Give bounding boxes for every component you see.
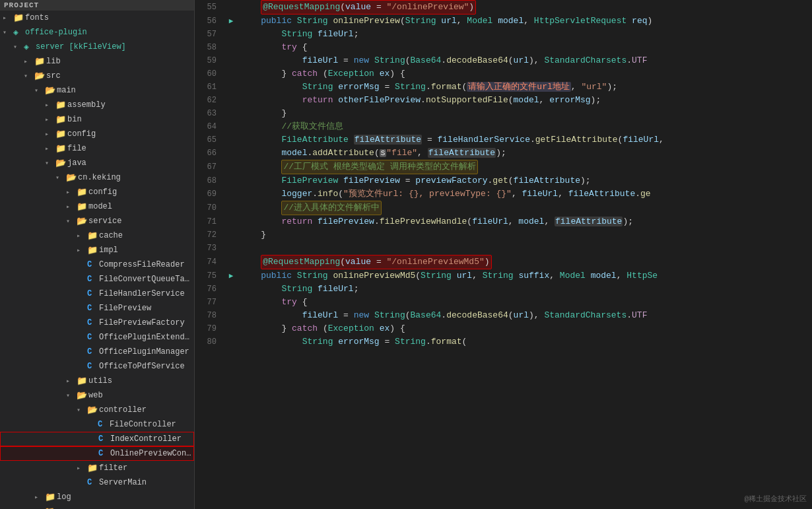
- tree-item-CompressFileReader[interactable]: C CompressFileReader: [0, 257, 194, 272]
- tree-item-resources[interactable]: 📂 resources: [0, 504, 194, 509]
- code-line-66: 66 model.addAttribute(S"file", fileAttri…: [195, 147, 812, 160]
- tree-label-OfficePluginManager: OfficePluginManager: [99, 347, 194, 356]
- tree-item-file[interactable]: 📁 file: [0, 141, 194, 156]
- tree-item-ServerMain[interactable]: C ServerMain: [0, 475, 194, 490]
- arrow-src: [24, 72, 34, 80]
- line-num-63: 63: [195, 107, 224, 120]
- tree-item-fonts[interactable]: 📁 fonts: [0, 11, 194, 25]
- tree-item-service[interactable]: 📂 service: [0, 214, 194, 228]
- folder-icon-fonts: 📁: [13, 13, 25, 23]
- tree-label-ServerMain: ServerMain: [99, 478, 194, 487]
- class-icon-IndexController: C: [98, 434, 110, 444]
- tree-item-cnkeking[interactable]: 📂 cn.keking: [0, 170, 194, 185]
- code-line-75: 75 ▶ public String onlinePreviewMd5(Stri…: [195, 269, 812, 283]
- tree-label-main: main: [57, 86, 194, 95]
- tree-label-src: src: [46, 71, 194, 81]
- class-icon-OfficePluginManager: C: [87, 347, 99, 356]
- folder-icon-cache: 📁: [87, 230, 99, 241]
- tree-item-office-plugin[interactable]: ◈ office-plugin: [0, 25, 194, 40]
- tree-label-config2: config: [88, 187, 194, 197]
- line-num-75: 75: [195, 269, 224, 283]
- tree-item-bin[interactable]: 📁 bin: [0, 112, 194, 127]
- tree-item-FileConvertQueueTask[interactable]: C FileConvertQueueTask: [0, 272, 194, 287]
- tree-item-OfficeToPdfService[interactable]: C OfficeToPdfService: [0, 359, 194, 374]
- line-num-71: 71: [195, 215, 224, 228]
- tree-item-cache[interactable]: 📁 cache: [0, 228, 194, 243]
- line-content-73: [238, 242, 812, 255]
- watermark: @稀土掘金技术社区: [744, 494, 807, 504]
- tree-item-main[interactable]: 📂 main: [0, 83, 194, 98]
- line-content-77: try {: [238, 296, 812, 309]
- tree-item-assembly[interactable]: 📁 assembly: [0, 98, 194, 112]
- folder-icon-assembly: 📁: [55, 100, 67, 110]
- class-icon-FilePreview: C: [87, 304, 99, 313]
- tree-item-controller[interactable]: 📂 controller: [0, 403, 194, 417]
- arrow-web: [66, 391, 77, 399]
- arrow-main: [34, 86, 45, 94]
- tree-item-OfficePluginManager[interactable]: C OfficePluginManager: [0, 345, 194, 359]
- line-num-65: 65: [195, 133, 224, 147]
- tree-item-impl[interactable]: 📁 impl: [0, 243, 194, 257]
- tree-label-model: model: [88, 202, 194, 211]
- line-content-60: } catch (Exception ex) {: [238, 67, 812, 81]
- arrow-java: [45, 159, 55, 167]
- tree-item-utils[interactable]: 📁 utils: [0, 374, 194, 388]
- tree-item-model[interactable]: 📁 model: [0, 199, 194, 214]
- line-content-56: public String onlinePreview(String url, …: [238, 15, 812, 28]
- code-line-68: 68 FilePreview filePreview = previewFact…: [195, 174, 812, 187]
- code-line-76: 76 String fileUrl;: [195, 283, 812, 296]
- tree-item-server[interactable]: ◈ server [kkFileView]: [0, 40, 194, 54]
- tree-item-src[interactable]: 📂 src: [0, 69, 194, 83]
- arrow-config2: [66, 188, 77, 196]
- line-content-62: return otherFilePreview.notSupportedFile…: [238, 94, 812, 107]
- class-icon-FilePreviewFactory: C: [87, 318, 99, 327]
- arrow-service: [66, 217, 77, 225]
- tree-label-bin: bin: [67, 115, 194, 124]
- tree-item-config[interactable]: 📁 config: [0, 127, 194, 141]
- tree-item-FileController[interactable]: C FileController: [0, 417, 194, 432]
- tree-item-lib[interactable]: 📁 lib: [0, 54, 194, 69]
- code-line-56: 56 ▶ public String onlinePreview(String …: [195, 15, 812, 28]
- tree-item-filter[interactable]: 📁 filter: [0, 461, 194, 475]
- tree-label-utils: utils: [88, 376, 194, 386]
- line-num-59: 59: [195, 54, 224, 67]
- tree-item-OfficePluginExtendFormatReg[interactable]: C OfficePluginExtendFormatReg: [0, 330, 194, 345]
- file-tree[interactable]: PROJECT 📁 fonts ◈ office-plugin ◈ server…: [0, 0, 195, 509]
- tree-item-IndexController[interactable]: C IndexController: [0, 432, 194, 446]
- tree-label-cnkeking: cn.keking: [78, 173, 194, 182]
- tree-item-web[interactable]: 📂 web: [0, 388, 194, 403]
- line-num-56: 56: [195, 15, 224, 28]
- line-content-66: model.addAttribute(S"file", fileAttribut…: [238, 147, 812, 160]
- line-content-79: } catch (Exception ex) {: [238, 322, 812, 335]
- arrow-assembly: [45, 101, 55, 109]
- code-line-64: 64 //获取文件信息: [195, 120, 812, 133]
- line-num-70: 70: [195, 201, 224, 215]
- folder-icon-service: 📂: [77, 216, 88, 226]
- tree-label-OnlinePreviewController: OnlinePreviewController: [110, 449, 193, 458]
- arrow-cnkeking: [55, 174, 66, 182]
- tree-item-FileHandlerService[interactable]: C FileHandlerService: [0, 287, 194, 301]
- line-content-57: String fileUrl;: [238, 28, 812, 41]
- folder-icon-lib: 📁: [34, 56, 46, 67]
- arrow-fonts: [3, 14, 13, 22]
- code-line-60: 60 } catch (Exception ex) {: [195, 67, 812, 81]
- tree-item-OnlinePreviewController[interactable]: C OnlinePreviewController: [0, 446, 194, 461]
- code-line-63: 63 }: [195, 107, 812, 120]
- line-num-67: 67: [195, 160, 224, 174]
- arrow-lib: [24, 57, 34, 65]
- tree-item-FilePreview[interactable]: C FilePreview: [0, 301, 194, 316]
- tree-item-java[interactable]: 📂 java: [0, 156, 194, 170]
- code-line-78: 78 fileUrl = new String(Base64.decodeBas…: [195, 309, 812, 322]
- line-num-79: 79: [195, 322, 224, 335]
- line-content-61: String errorMsg = String.format(请输入正确的文件…: [238, 81, 812, 94]
- tree-label-IndexController: IndexController: [110, 434, 193, 444]
- tree-item-FilePreviewFactory[interactable]: C FilePreviewFactory: [0, 316, 194, 330]
- code-line-67: 67 //工厂模式 根绝类型确定 调用种类型的文件解析: [195, 160, 812, 174]
- line-content-64: //获取文件信息: [238, 120, 812, 133]
- line-num-62: 62: [195, 94, 224, 107]
- arrow-cache: [77, 232, 87, 240]
- tree-label-log: log: [57, 492, 194, 502]
- tree-item-config2[interactable]: 📁 config: [0, 185, 194, 199]
- tree-item-log[interactable]: 📁 log: [0, 490, 194, 504]
- tree-label-fonts: fonts: [25, 13, 194, 22]
